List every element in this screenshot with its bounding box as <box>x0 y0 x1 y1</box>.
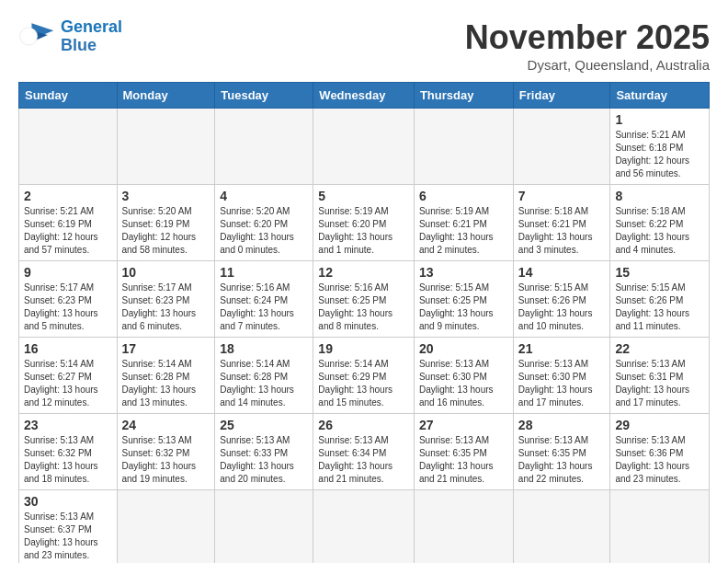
calendar-cell: 13Sunrise: 5:15 AM Sunset: 6:25 PM Dayli… <box>414 261 513 338</box>
day-number: 6 <box>419 189 508 203</box>
logo-text: General Blue <box>61 18 122 55</box>
calendar-cell: 18Sunrise: 5:14 AM Sunset: 6:28 PM Dayli… <box>215 338 313 414</box>
day-number: 30 <box>24 494 112 509</box>
calendar-cell: 29Sunrise: 5:13 AM Sunset: 6:36 PM Dayli… <box>610 414 710 490</box>
day-number: 1 <box>615 112 704 127</box>
day-info: Sunrise: 5:13 AM Sunset: 6:30 PM Dayligh… <box>419 358 508 409</box>
page-header: General Blue November 2025 Dysart, Queen… <box>18 18 710 73</box>
calendar-cell: 5Sunrise: 5:19 AM Sunset: 6:20 PM Daylig… <box>313 185 415 261</box>
week-row-3: 9Sunrise: 5:17 AM Sunset: 6:23 PM Daylig… <box>19 261 710 338</box>
day-number: 7 <box>518 189 606 203</box>
week-row-6: 30Sunrise: 5:13 AM Sunset: 6:37 PM Dayli… <box>19 490 710 564</box>
calendar-cell: 23Sunrise: 5:13 AM Sunset: 6:32 PM Dayli… <box>19 414 118 490</box>
day-number: 15 <box>615 265 704 280</box>
day-info: Sunrise: 5:16 AM Sunset: 6:25 PM Dayligh… <box>318 282 409 333</box>
day-number: 4 <box>220 189 308 203</box>
calendar-cell: 2Sunrise: 5:21 AM Sunset: 6:19 PM Daylig… <box>19 185 118 261</box>
calendar-header-row: SundayMondayTuesdayWednesdayThursdayFrid… <box>19 83 710 109</box>
calendar-header-sunday: Sunday <box>19 83 118 109</box>
calendar-cell <box>215 109 313 185</box>
calendar-cell: 19Sunrise: 5:14 AM Sunset: 6:29 PM Dayli… <box>313 338 415 414</box>
day-info: Sunrise: 5:21 AM Sunset: 6:19 PM Dayligh… <box>24 205 112 257</box>
day-number: 5 <box>318 189 409 203</box>
calendar-cell <box>513 490 610 564</box>
day-number: 12 <box>318 265 409 280</box>
calendar-cell: 28Sunrise: 5:13 AM Sunset: 6:35 PM Dayli… <box>513 414 610 490</box>
calendar-cell: 1Sunrise: 5:21 AM Sunset: 6:18 PM Daylig… <box>610 109 710 185</box>
day-info: Sunrise: 5:17 AM Sunset: 6:23 PM Dayligh… <box>24 282 112 333</box>
logo-blue: Blue <box>61 37 122 55</box>
calendar-cell: 6Sunrise: 5:19 AM Sunset: 6:21 PM Daylig… <box>414 185 513 261</box>
day-info: Sunrise: 5:20 AM Sunset: 6:20 PM Dayligh… <box>220 205 308 257</box>
logo-icon <box>18 20 55 52</box>
day-number: 21 <box>518 341 606 356</box>
calendar-cell: 20Sunrise: 5:13 AM Sunset: 6:30 PM Dayli… <box>414 338 513 414</box>
day-number: 13 <box>419 265 508 280</box>
day-info: Sunrise: 5:13 AM Sunset: 6:36 PM Dayligh… <box>615 434 704 486</box>
day-number: 20 <box>419 341 508 356</box>
logo: General Blue <box>18 18 122 55</box>
day-number: 19 <box>318 341 409 356</box>
day-info: Sunrise: 5:14 AM Sunset: 6:28 PM Dayligh… <box>220 358 308 409</box>
calendar-cell: 15Sunrise: 5:15 AM Sunset: 6:26 PM Dayli… <box>610 261 710 338</box>
day-info: Sunrise: 5:13 AM Sunset: 6:31 PM Dayligh… <box>615 358 704 409</box>
calendar-cell: 7Sunrise: 5:18 AM Sunset: 6:21 PM Daylig… <box>513 185 610 261</box>
day-number: 16 <box>24 341 112 356</box>
day-info: Sunrise: 5:19 AM Sunset: 6:21 PM Dayligh… <box>419 205 508 257</box>
day-number: 3 <box>122 189 210 203</box>
month-title: November 2025 <box>465 18 710 57</box>
calendar-cell: 21Sunrise: 5:13 AM Sunset: 6:30 PM Dayli… <box>513 338 610 414</box>
day-info: Sunrise: 5:13 AM Sunset: 6:32 PM Dayligh… <box>122 434 210 486</box>
day-number: 24 <box>122 418 210 432</box>
day-info: Sunrise: 5:14 AM Sunset: 6:28 PM Dayligh… <box>122 358 210 409</box>
calendar-cell: 27Sunrise: 5:13 AM Sunset: 6:35 PM Dayli… <box>414 414 513 490</box>
day-info: Sunrise: 5:13 AM Sunset: 6:35 PM Dayligh… <box>419 434 508 486</box>
calendar-cell <box>513 109 610 185</box>
calendar-cell <box>414 109 513 185</box>
title-block: November 2025 Dysart, Queensland, Austra… <box>465 18 710 73</box>
day-info: Sunrise: 5:15 AM Sunset: 6:26 PM Dayligh… <box>518 282 606 333</box>
calendar-header-saturday: Saturday <box>610 83 710 109</box>
calendar-cell <box>215 490 313 564</box>
day-info: Sunrise: 5:14 AM Sunset: 6:29 PM Dayligh… <box>318 358 409 409</box>
calendar-cell <box>19 109 118 185</box>
svg-point-3 <box>22 30 35 43</box>
day-number: 10 <box>122 265 210 280</box>
day-info: Sunrise: 5:14 AM Sunset: 6:27 PM Dayligh… <box>24 358 112 409</box>
day-info: Sunrise: 5:20 AM Sunset: 6:19 PM Dayligh… <box>122 205 210 257</box>
calendar-cell: 24Sunrise: 5:13 AM Sunset: 6:32 PM Dayli… <box>117 414 215 490</box>
day-info: Sunrise: 5:15 AM Sunset: 6:26 PM Dayligh… <box>615 282 704 333</box>
day-info: Sunrise: 5:13 AM Sunset: 6:34 PM Dayligh… <box>318 434 409 486</box>
calendar-cell: 14Sunrise: 5:15 AM Sunset: 6:26 PM Dayli… <box>513 261 610 338</box>
calendar-cell <box>313 109 415 185</box>
calendar-cell: 11Sunrise: 5:16 AM Sunset: 6:24 PM Dayli… <box>215 261 313 338</box>
day-number: 8 <box>615 189 704 203</box>
day-info: Sunrise: 5:13 AM Sunset: 6:33 PM Dayligh… <box>220 434 308 486</box>
day-number: 23 <box>24 418 112 432</box>
calendar-cell <box>117 490 215 564</box>
day-number: 11 <box>220 265 308 280</box>
day-info: Sunrise: 5:15 AM Sunset: 6:25 PM Dayligh… <box>419 282 508 333</box>
week-row-4: 16Sunrise: 5:14 AM Sunset: 6:27 PM Dayli… <box>19 338 710 414</box>
day-number: 27 <box>419 418 508 432</box>
calendar-cell: 16Sunrise: 5:14 AM Sunset: 6:27 PM Dayli… <box>19 338 118 414</box>
day-info: Sunrise: 5:17 AM Sunset: 6:23 PM Dayligh… <box>122 282 210 333</box>
week-row-1: 1Sunrise: 5:21 AM Sunset: 6:18 PM Daylig… <box>19 109 710 185</box>
day-info: Sunrise: 5:21 AM Sunset: 6:18 PM Dayligh… <box>615 129 704 180</box>
calendar-cell: 4Sunrise: 5:20 AM Sunset: 6:20 PM Daylig… <box>215 185 313 261</box>
calendar-header-wednesday: Wednesday <box>313 83 415 109</box>
calendar-cell <box>414 490 513 564</box>
calendar-table: SundayMondayTuesdayWednesdayThursdayFrid… <box>18 82 710 563</box>
day-info: Sunrise: 5:13 AM Sunset: 6:32 PM Dayligh… <box>24 434 112 486</box>
day-info: Sunrise: 5:19 AM Sunset: 6:20 PM Dayligh… <box>318 205 409 257</box>
logo-general: General <box>61 17 122 36</box>
day-number: 18 <box>220 341 308 356</box>
location-subtitle: Dysart, Queensland, Australia <box>465 57 710 73</box>
calendar-header-friday: Friday <box>513 83 610 109</box>
day-info: Sunrise: 5:13 AM Sunset: 6:35 PM Dayligh… <box>518 434 606 486</box>
calendar-cell <box>313 490 415 564</box>
calendar-header-thursday: Thursday <box>414 83 513 109</box>
day-number: 14 <box>518 265 606 280</box>
day-number: 29 <box>615 418 704 432</box>
calendar-cell <box>117 109 215 185</box>
